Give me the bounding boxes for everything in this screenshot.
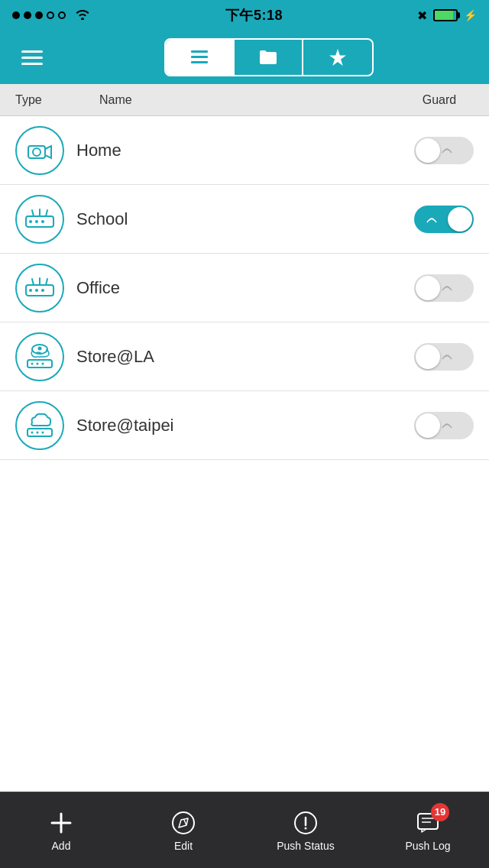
toggle-knob-school bbox=[448, 207, 472, 232]
tab-list-view[interactable] bbox=[166, 40, 235, 75]
guard-toggle-home[interactable] bbox=[414, 137, 474, 164]
list-view-icon bbox=[189, 47, 210, 68]
header-type: Type bbox=[15, 93, 99, 107]
svg-point-9 bbox=[35, 220, 38, 223]
signal-icon-4 bbox=[439, 419, 455, 430]
push-status-icon-wrap bbox=[292, 809, 319, 837]
svg-line-20 bbox=[46, 279, 47, 285]
device-type-icon-wrap-home bbox=[15, 126, 76, 175]
device-name-home: Home bbox=[76, 141, 414, 160]
nav-bar bbox=[0, 31, 489, 84]
svg-point-17 bbox=[41, 289, 44, 292]
bottom-tab-bar: Add Edit Push Status bbox=[0, 792, 489, 868]
device-row-store-la: Store@LA bbox=[0, 322, 489, 391]
battery-icon bbox=[433, 9, 458, 21]
charge-icon: ⚡ bbox=[464, 9, 477, 21]
bottom-tab-push-status[interactable]: Push Status bbox=[260, 809, 351, 852]
toggle-knob-office bbox=[416, 276, 440, 300]
add-icon-wrap bbox=[47, 809, 75, 837]
svg-line-34 bbox=[184, 820, 186, 825]
device-list: Home bbox=[0, 116, 489, 536]
bluetooth-icon: ✖ bbox=[417, 8, 427, 23]
router-icon-2 bbox=[23, 276, 57, 300]
status-bar: 下午5:18 ✖ ⚡ bbox=[0, 0, 489, 31]
plus-icon bbox=[49, 811, 73, 835]
device-row-school: School bbox=[0, 185, 489, 254]
bottom-tab-edit[interactable]: Edit bbox=[138, 809, 229, 852]
status-time: 下午5:18 bbox=[225, 6, 283, 24]
device-name-store-taipei: Store@taipei bbox=[76, 416, 414, 436]
signal-area bbox=[12, 8, 91, 24]
device-name-store-la: Store@LA bbox=[76, 347, 414, 367]
device-type-icon-wrap-school bbox=[15, 195, 76, 244]
bottom-tab-add[interactable]: Add bbox=[15, 809, 107, 852]
wifi-icon bbox=[74, 8, 91, 24]
svg-point-8 bbox=[29, 220, 32, 223]
toggle-signal-icon-office bbox=[439, 282, 455, 294]
svg-point-10 bbox=[41, 220, 44, 223]
guard-toggle-store-taipei[interactable] bbox=[414, 412, 474, 439]
guard-toggle-office[interactable] bbox=[414, 274, 474, 302]
svg-point-26 bbox=[42, 362, 44, 364]
push-log-icon-wrap: 19 bbox=[414, 809, 442, 837]
svg-point-29 bbox=[37, 431, 39, 433]
signal-dot-1 bbox=[12, 11, 20, 19]
signal-dot-4 bbox=[47, 11, 54, 19]
toggle-signal-icon-school bbox=[424, 213, 439, 225]
star-view-icon bbox=[327, 47, 348, 68]
edit-icon-wrap bbox=[170, 809, 197, 837]
edit-label: Edit bbox=[174, 840, 193, 852]
toggle-signal-icon-store-taipei bbox=[439, 419, 455, 432]
device-row-store-taipei: Store@taipei bbox=[0, 391, 489, 460]
toggle-knob-store-la bbox=[416, 345, 440, 369]
svg-rect-2 bbox=[191, 61, 208, 63]
toggle-signal-icon-home bbox=[439, 144, 455, 157]
svg-rect-0 bbox=[191, 50, 208, 53]
svg-rect-3 bbox=[262, 56, 274, 57]
device-type-icon-wrap-store-la bbox=[15, 332, 76, 381]
router-cloud2-icon bbox=[23, 412, 57, 439]
tab-folder-view[interactable] bbox=[235, 40, 303, 75]
svg-rect-4 bbox=[262, 59, 271, 60]
header-guard: Guard bbox=[405, 93, 474, 107]
svg-line-11 bbox=[32, 210, 34, 216]
bottom-tab-push-log[interactable]: 19 Push Log bbox=[382, 809, 474, 852]
svg-point-33 bbox=[173, 812, 194, 834]
svg-point-28 bbox=[31, 431, 34, 433]
device-row-home: Home bbox=[0, 116, 489, 185]
router-icon bbox=[23, 207, 57, 232]
svg-point-25 bbox=[37, 362, 39, 364]
tab-star-view[interactable] bbox=[303, 40, 372, 75]
toggle-signal-icon-store-la bbox=[439, 351, 455, 363]
menu-button[interactable] bbox=[15, 44, 49, 71]
guard-toggle-school[interactable] bbox=[414, 206, 474, 233]
svg-point-22 bbox=[38, 346, 42, 350]
add-label: Add bbox=[52, 840, 71, 852]
svg-point-6 bbox=[33, 148, 40, 156]
device-icon-store-taipei bbox=[15, 401, 64, 450]
table-header: Type Name Guard bbox=[0, 84, 489, 116]
exclamation-icon bbox=[293, 811, 318, 835]
guard-toggle-store-la[interactable] bbox=[414, 343, 474, 371]
signal-icon-off bbox=[439, 282, 455, 293]
push-log-label: Push Log bbox=[405, 840, 450, 852]
view-tab-group bbox=[164, 38, 374, 76]
svg-point-37 bbox=[305, 827, 307, 829]
status-right: ✖ ⚡ bbox=[417, 8, 477, 23]
svg-line-18 bbox=[32, 279, 34, 285]
device-icon-home bbox=[15, 126, 64, 175]
signal-icon-on bbox=[424, 213, 439, 224]
svg-point-24 bbox=[31, 362, 34, 364]
device-name-office: Office bbox=[76, 278, 414, 298]
camera-icon bbox=[25, 138, 54, 163]
folder-view-icon bbox=[257, 47, 279, 68]
router-cloud-icon bbox=[23, 343, 57, 371]
signal-dot-3 bbox=[35, 11, 43, 19]
device-icon-school bbox=[15, 195, 64, 244]
device-icon-office bbox=[15, 264, 64, 313]
signal-icon bbox=[439, 144, 455, 155]
svg-line-13 bbox=[46, 210, 47, 216]
toggle-knob-home bbox=[416, 138, 440, 163]
device-icon-store-la bbox=[15, 332, 64, 381]
signal-icon-3 bbox=[439, 351, 455, 361]
